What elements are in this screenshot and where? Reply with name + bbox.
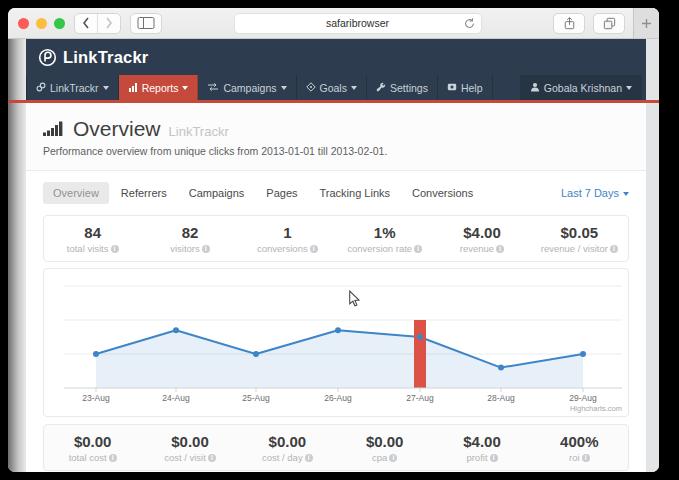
svg-text:29-Aug: 29-Aug <box>569 393 597 403</box>
stat-label: cpai <box>336 452 433 463</box>
link-icon <box>36 82 46 94</box>
stat-profit: $4.00profiti <box>433 425 530 470</box>
nav-item-label: Campaigns <box>223 82 276 94</box>
plus-icon <box>641 18 652 29</box>
chevron-down-icon <box>626 86 632 90</box>
show-tabs-button[interactable] <box>593 13 625 34</box>
stat-value: $4.00 <box>433 224 530 241</box>
logo-text: LinkTrackr <box>63 48 148 67</box>
stat-total-visits: 84total visitsi <box>44 216 141 261</box>
info-icon[interactable]: i <box>496 245 504 253</box>
info-icon[interactable]: i <box>208 454 216 462</box>
stat-label: conversionsi <box>239 243 336 254</box>
back-button[interactable] <box>75 14 97 33</box>
info-icon[interactable]: i <box>414 245 422 253</box>
stat-value: 84 <box>44 224 141 241</box>
tab-referrers[interactable]: Referrers <box>111 182 177 204</box>
address-bar[interactable]: safaribrowser <box>234 13 482 34</box>
nav-item-reports[interactable]: Reports <box>119 75 199 100</box>
stat-conversions: 1conversionsi <box>239 216 336 261</box>
minimize-window-button[interactable] <box>36 18 47 29</box>
svg-text:27-Aug: 27-Aug <box>406 393 434 403</box>
reload-button[interactable] <box>463 17 476 32</box>
info-icon[interactable]: i <box>582 454 590 462</box>
svg-text:26-Aug: 26-Aug <box>324 393 352 403</box>
info-icon[interactable]: i <box>111 245 119 253</box>
stat-value: 82 <box>141 224 238 241</box>
info-icon[interactable]: i <box>109 454 117 462</box>
app-header: LinkTrackr <box>26 39 646 75</box>
zoom-window-button[interactable] <box>54 18 65 29</box>
page-left-gutter <box>8 39 26 472</box>
chevron-down-icon <box>351 86 357 90</box>
history-nav-group <box>74 13 121 34</box>
stat-value: $0.05 <box>531 224 628 241</box>
stat-label: revenue / visitori <box>531 243 628 254</box>
stat-value: $4.00 <box>433 433 530 450</box>
forward-button[interactable] <box>97 14 120 33</box>
nav-item-help[interactable]: Help <box>438 75 493 100</box>
traffic-lights <box>18 18 65 29</box>
back-chevron-icon <box>82 17 90 29</box>
stat-label: revenuei <box>433 243 530 254</box>
visits-chart-panel: 23-Aug24-Aug25-Aug26-Aug27-Aug28-Aug29-A… <box>43 268 629 417</box>
nav-item-linktrackr[interactable]: LinkTrackr <box>26 75 119 100</box>
info-icon[interactable]: i <box>490 454 498 462</box>
campaigns-shuffle-icon <box>207 82 219 94</box>
stat-label: total costi <box>44 452 141 463</box>
stat-label: conversion ratei <box>336 243 433 254</box>
settings-wrench-icon <box>376 82 386 94</box>
nav-item-label: Goals <box>320 82 347 94</box>
nav-item-label: LinkTrackr <box>50 82 99 94</box>
nav-accent-stripe <box>8 100 659 103</box>
tab-tracking-links[interactable]: Tracking Links <box>310 182 401 204</box>
stat-visitors: 82visitorsi <box>141 216 238 261</box>
tab-campaigns[interactable]: Campaigns <box>179 182 255 204</box>
report-tabs: OverviewReferrersCampaignsPagesTracking … <box>26 171 646 211</box>
svg-text:Highcharts.com: Highcharts.com <box>570 404 622 413</box>
date-range-dropdown[interactable]: Last 7 Days <box>561 187 629 199</box>
date-range-label: Last 7 Days <box>561 187 619 199</box>
stat-cost-visit: $0.00cost / visiti <box>141 425 238 470</box>
tab-conversions[interactable]: Conversions <box>402 182 483 204</box>
stat-revenue: $4.00revenuei <box>433 216 530 261</box>
user-menu[interactable]: Gobala Krishnan <box>520 75 642 100</box>
tab-pages[interactable]: Pages <box>256 182 307 204</box>
page-right-gutter <box>646 39 659 472</box>
bar-chart-icon <box>43 120 65 136</box>
stat-roi: 400%roii <box>531 425 628 470</box>
user-name: Gobala Krishnan <box>544 82 622 94</box>
reload-icon <box>463 17 476 30</box>
tab-overview[interactable]: Overview <box>43 182 109 204</box>
nav-item-label: Reports <box>142 82 179 94</box>
stats-row-bottom: $0.00total costi$0.00cost / visiti$0.00c… <box>43 424 629 471</box>
info-icon[interactable]: i <box>202 245 210 253</box>
new-tab-button[interactable] <box>633 8 659 38</box>
nav-item-campaigns[interactable]: Campaigns <box>198 75 296 100</box>
page-subtitle: Performance overview from unique clicks … <box>43 145 629 157</box>
info-icon[interactable]: i <box>305 454 313 462</box>
stat-value: 1% <box>336 224 433 241</box>
reports-chart-icon <box>128 82 138 94</box>
info-icon[interactable]: i <box>310 245 318 253</box>
close-window-button[interactable] <box>18 18 29 29</box>
nav-item-settings[interactable]: Settings <box>367 75 438 100</box>
page-title-suffix: LinkTrackr <box>169 124 229 139</box>
nav-item-goals[interactable]: Goals <box>297 75 367 100</box>
share-button[interactable] <box>553 13 585 34</box>
stat-cost-day: $0.00cost / dayi <box>239 425 336 470</box>
help-icon <box>447 82 457 94</box>
stat-label: cost / visiti <box>141 452 238 463</box>
chevron-down-icon <box>623 192 629 196</box>
info-icon[interactable]: i <box>610 245 618 253</box>
stat-value: $0.00 <box>239 433 336 450</box>
goals-diamond-icon <box>306 82 316 94</box>
tabs-overview-icon <box>602 16 617 31</box>
stat-value: $0.00 <box>44 433 141 450</box>
info-icon[interactable]: i <box>389 454 397 462</box>
sidebar-button[interactable] <box>130 13 162 34</box>
stat-label: profiti <box>433 452 530 463</box>
linktrackr-logo-icon <box>38 48 57 67</box>
stat-total-cost: $0.00total costi <box>44 425 141 470</box>
tabs-list: OverviewReferrersCampaignsPagesTracking … <box>43 182 483 204</box>
